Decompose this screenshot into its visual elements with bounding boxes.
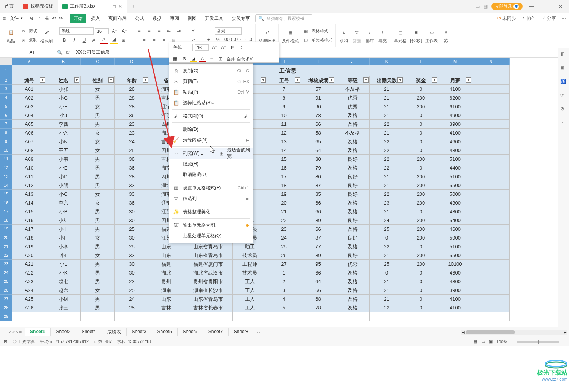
data-cell[interactable]: 良好: [335, 251, 370, 260]
data-cell[interactable]: 4: [267, 295, 301, 303]
filter-icon[interactable]: ▾: [108, 77, 114, 83]
data-cell[interactable]: 89: [301, 251, 335, 260]
data-cell[interactable]: 25: [370, 225, 404, 233]
row-header[interactable]: 22: [0, 251, 12, 260]
data-cell[interactable]: 男: [81, 303, 115, 312]
data-cell[interactable]: 湖北: [149, 268, 183, 277]
menu-item[interactable]: 批量处理单元格(Q): [169, 230, 253, 241]
data-cell[interactable]: 25: [115, 303, 149, 312]
data-cell[interactable]: 优秀: [335, 102, 370, 111]
indent-dec-icon[interactable]: ⇤: [165, 27, 173, 35]
data-cell[interactable]: 36: [115, 163, 149, 172]
data-cell[interactable]: 200: [404, 251, 438, 260]
data-cell[interactable]: 4100: [438, 295, 472, 303]
data-cell[interactable]: 男: [81, 155, 115, 163]
data-cell[interactable]: 小张: [46, 85, 81, 94]
close-icon[interactable]: ✕: [555, 4, 566, 9]
data-cell[interactable]: A03: [12, 102, 46, 111]
data-cell[interactable]: 25: [267, 242, 301, 251]
empty-cell[interactable]: [12, 312, 46, 321]
data-cell[interactable]: 16: [267, 163, 301, 172]
row-header[interactable]: 18: [0, 216, 12, 225]
type-convert-button[interactable]: ⇄ 类型转换: [259, 27, 275, 44]
data-cell[interactable]: 良好: [335, 233, 370, 242]
data-cell[interactable]: 工程师: [233, 260, 267, 268]
data-cell[interactable]: A15: [12, 207, 46, 216]
data-cell[interactable]: 24: [115, 295, 149, 303]
menu-sub-item[interactable]: ⊞最适合的列宽: [219, 147, 254, 160]
data-cell[interactable]: [472, 251, 510, 260]
lookup-icon[interactable]: 🔍: [57, 50, 63, 55]
more-icon[interactable]: ⋯: [561, 16, 566, 21]
data-cell[interactable]: 4600: [438, 225, 472, 233]
data-cell[interactable]: 王五: [46, 146, 81, 155]
data-cell[interactable]: 79: [301, 163, 335, 172]
filter-icon[interactable]: ▾: [397, 77, 403, 83]
header-cell[interactable]: 考核成绩▾: [301, 76, 335, 85]
data-cell[interactable]: 不及格: [335, 129, 370, 137]
data-cell[interactable]: 小K: [46, 268, 81, 277]
data-cell[interactable]: [472, 181, 510, 190]
data-cell[interactable]: 21: [370, 94, 404, 102]
data-cell[interactable]: 77: [301, 242, 335, 251]
data-cell[interactable]: 23: [370, 198, 404, 207]
tab-view[interactable]: 视图: [184, 14, 200, 23]
data-cell[interactable]: 1: [267, 268, 301, 277]
data-cell[interactable]: 良好: [335, 181, 370, 190]
data-cell[interactable]: 80: [301, 172, 335, 181]
row-header[interactable]: 29: [0, 312, 12, 321]
name-box[interactable]: A1: [11, 50, 53, 55]
menu-item[interactable]: 取消隐藏(U): [169, 169, 253, 180]
row-header[interactable]: 28: [0, 303, 12, 312]
data-cell[interactable]: 贵州: [149, 277, 183, 286]
data-cell[interactable]: A16: [12, 216, 46, 225]
tab-template[interactable]: 找稻壳模板: [18, 0, 58, 13]
data-cell[interactable]: 技术员: [233, 268, 267, 277]
tab-add[interactable]: ＋: [127, 0, 140, 13]
data-cell[interactable]: 赵六: [46, 286, 81, 295]
data-cell[interactable]: 36: [115, 155, 149, 163]
sheet-tab[interactable]: Sheet5: [152, 328, 178, 336]
data-cell[interactable]: A01: [12, 85, 46, 94]
data-cell[interactable]: 66: [301, 268, 335, 277]
print-icon[interactable]: 🖶: [45, 16, 49, 21]
data-cell[interactable]: 25: [115, 146, 149, 155]
data-cell[interactable]: A19: [12, 242, 46, 251]
data-cell[interactable]: 赵七: [46, 277, 81, 286]
sheet-tab[interactable]: Sheet6: [178, 328, 203, 336]
paste-button[interactable]: 📋 粘贴: [6, 27, 16, 44]
mini-font-shrink-icon[interactable]: A⁻: [220, 44, 227, 51]
empty-cell[interactable]: [115, 312, 149, 321]
menu-item[interactable]: 🧹清除内容(N)▶: [169, 135, 253, 145]
menu-item[interactable]: 📋选择性粘贴(S)...: [169, 97, 253, 108]
data-cell[interactable]: 小M: [46, 295, 81, 303]
data-cell[interactable]: 女: [81, 129, 115, 137]
data-cell[interactable]: 21: [370, 207, 404, 216]
font-grow-icon[interactable]: A⁺: [110, 27, 119, 35]
data-cell[interactable]: 女: [81, 251, 115, 260]
freeze-button[interactable]: ❄冻: [441, 27, 451, 44]
data-cell[interactable]: 良好: [335, 190, 370, 198]
data-cell[interactable]: [472, 233, 510, 242]
data-cell[interactable]: [472, 111, 510, 120]
header-cell[interactable]: 出勤天数▾: [370, 76, 404, 85]
data-cell[interactable]: 25: [115, 225, 149, 233]
data-cell[interactable]: 89: [301, 216, 335, 225]
sync-button[interactable]: ⟳ 未同步: [497, 15, 516, 22]
data-cell[interactable]: 200: [404, 216, 438, 225]
data-cell[interactable]: 及格: [335, 225, 370, 233]
data-cell[interactable]: 女: [81, 198, 115, 207]
tab-dev[interactable]: 开发工具: [201, 14, 227, 23]
data-cell[interactable]: 4300: [438, 277, 472, 286]
data-cell[interactable]: A09: [12, 155, 46, 163]
data-cell[interactable]: 66: [301, 198, 335, 207]
sheet-more-icon[interactable]: ⋯: [254, 330, 265, 335]
data-cell[interactable]: [472, 286, 510, 295]
mini-font-size[interactable]: 16: [195, 44, 209, 51]
data-cell[interactable]: 优秀: [335, 260, 370, 268]
orientation-button[interactable]: ⟲: [189, 27, 198, 35]
data-cell[interactable]: 女: [81, 233, 115, 242]
empty-cell[interactable]: [183, 312, 233, 321]
sheet-tab[interactable]: Sheet8: [229, 328, 254, 336]
select-all-corner[interactable]: [0, 58, 12, 65]
